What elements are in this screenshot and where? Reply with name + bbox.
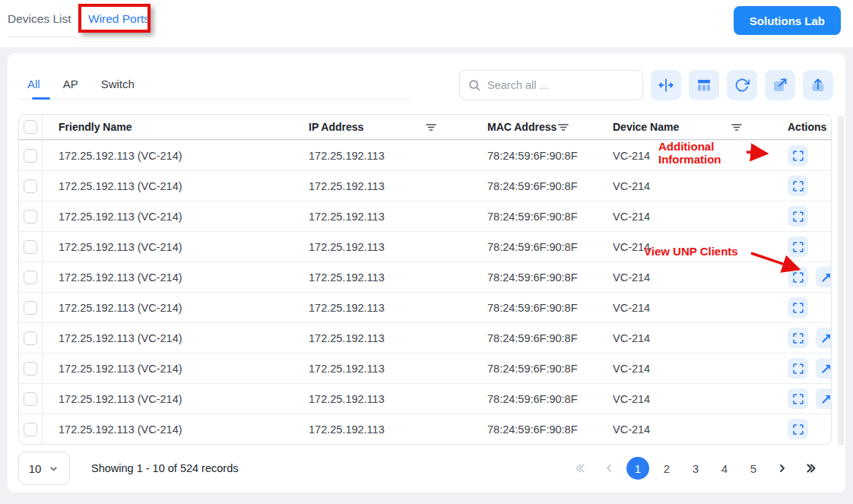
expand-corners-icon	[791, 301, 805, 315]
fit-width-button[interactable]	[651, 70, 681, 100]
cell-friendly-name: 172.25.192.113 (VC-214)	[43, 180, 290, 192]
cell-mac-address: 78:24:59:6F:90:8F	[487, 393, 578, 405]
row-checkbox[interactable]	[24, 362, 37, 376]
row-checkbox[interactable]	[24, 331, 37, 345]
additional-information-button[interactable]	[788, 297, 808, 318]
view-unp-clients-button[interactable]	[816, 267, 832, 287]
table-toolbar	[651, 70, 833, 100]
fit-width-icon	[658, 77, 674, 94]
additional-information-button[interactable]	[788, 358, 808, 379]
page-size-value: 10	[29, 462, 42, 475]
cell-device-name: VC-214	[613, 423, 650, 436]
columns-button[interactable]	[689, 70, 719, 100]
chevron-down-icon	[48, 463, 59, 474]
filter-tabs-underline	[18, 99, 411, 100]
row-checkbox[interactable]	[24, 271, 37, 284]
upload-button[interactable]	[803, 70, 833, 100]
cell-device-name: VC-214	[613, 150, 650, 162]
page-button-3[interactable]: 3	[684, 457, 707, 480]
column-friendly-name: Friendly Name	[43, 121, 290, 133]
table-row: 172.25.192.113 (VC-214) 172.25.192.113 7…	[19, 231, 831, 262]
wired-ports-table: Friendly Name IP Address MAC Address Dev…	[18, 114, 832, 445]
tab-devices-list[interactable]: Devices List	[8, 12, 76, 37]
additional-information-button[interactable]	[788, 176, 808, 196]
open-external-button[interactable]	[765, 70, 795, 100]
column-actions: Actions	[753, 121, 831, 133]
expand-corners-icon	[791, 392, 805, 406]
ip-address-filter-icon[interactable]	[425, 121, 437, 133]
first-page-button[interactable]	[569, 457, 591, 480]
additional-information-button[interactable]	[788, 419, 808, 439]
row-checkbox[interactable]	[24, 210, 37, 223]
table-header: Friendly Name IP Address MAC Address Dev…	[19, 115, 831, 140]
expand-corners-icon	[791, 149, 805, 163]
filter-tab-ap[interactable]: AP	[63, 78, 78, 100]
filter-tab-switch[interactable]: Switch	[101, 78, 135, 100]
cell-friendly-name: 172.25.192.113 (VC-214)	[43, 302, 290, 314]
cell-friendly-name: 172.25.192.113 (VC-214)	[43, 211, 290, 223]
device-type-filter-tabs: All AP Switch	[27, 78, 135, 100]
active-tab-indicator	[32, 97, 50, 100]
cell-ip-address: 172.25.192.113	[309, 423, 385, 436]
page-button-2[interactable]: 2	[655, 457, 678, 480]
next-page-button[interactable]	[771, 457, 794, 480]
expand-corners-icon	[791, 331, 805, 345]
expand-corners-icon	[791, 179, 805, 193]
row-checkbox[interactable]	[24, 301, 37, 315]
additional-information-button[interactable]	[788, 236, 808, 257]
wired-ports-page: Devices List Wired Ports Solutions Lab A…	[0, 0, 853, 504]
cell-friendly-name: 172.25.192.113 (VC-214)	[43, 332, 290, 344]
table-row: 172.25.192.113 (VC-214) 172.25.192.113 7…	[19, 322, 831, 353]
page-button-1[interactable]: 1	[626, 457, 649, 480]
cell-friendly-name: 172.25.192.113 (VC-214)	[43, 271, 290, 284]
additional-information-button[interactable]	[788, 267, 808, 287]
refresh-button[interactable]	[727, 70, 757, 100]
cell-device-name: VC-214	[613, 363, 650, 375]
arrow-up-right-icon	[820, 362, 832, 376]
filter-tab-all[interactable]: All	[27, 78, 40, 100]
additional-information-button[interactable]	[788, 206, 808, 227]
cell-mac-address: 78:24:59:6F:90:8F	[487, 211, 578, 223]
last-page-button[interactable]	[800, 457, 823, 480]
cell-ip-address: 172.25.192.113	[309, 241, 385, 253]
column-ip-address: IP Address	[309, 121, 363, 133]
additional-information-button[interactable]	[788, 388, 808, 409]
pagination-bar: 10 Showing 1 - 10 of 524 records 1	[18, 450, 833, 487]
view-unp-clients-button[interactable]	[816, 358, 832, 379]
page-size-select[interactable]: 10	[18, 452, 70, 485]
mac-address-filter-icon[interactable]	[557, 121, 569, 133]
search-input[interactable]	[487, 79, 635, 91]
table-row: 172.25.192.113 (VC-214) 172.25.192.113 7…	[19, 140, 831, 170]
cell-mac-address: 78:24:59:6F:90:8F	[487, 271, 578, 284]
chevron-left-icon	[603, 462, 615, 474]
row-checkbox[interactable]	[24, 392, 37, 406]
row-checkbox[interactable]	[24, 240, 37, 254]
search-box[interactable]	[459, 70, 643, 100]
cell-mac-address: 78:24:59:6F:90:8F	[487, 363, 578, 375]
additional-information-button[interactable]	[788, 145, 808, 166]
column-device-name: Device Name	[613, 121, 679, 133]
page-button-5[interactable]: 5	[742, 457, 765, 480]
row-checkbox[interactable]	[24, 149, 37, 163]
cell-ip-address: 172.25.192.113	[309, 332, 385, 344]
search-icon	[468, 78, 481, 92]
double-chevron-left-icon	[573, 461, 587, 475]
row-checkbox[interactable]	[24, 179, 37, 193]
chevron-right-icon	[776, 462, 788, 474]
table-row: 172.25.192.113 (VC-214) 172.25.192.113 7…	[19, 414, 831, 444]
solutions-lab-button[interactable]: Solutions Lab	[734, 6, 841, 35]
additional-information-button[interactable]	[788, 328, 808, 348]
prev-page-button[interactable]	[598, 457, 620, 480]
row-checkbox[interactable]	[24, 423, 37, 436]
arrow-up-right-icon	[820, 271, 832, 284]
view-unp-clients-button[interactable]	[816, 388, 832, 409]
device-name-filter-icon[interactable]	[731, 121, 743, 133]
cell-friendly-name: 172.25.192.113 (VC-214)	[43, 393, 290, 405]
table-scrollbar[interactable]	[838, 116, 844, 445]
cell-ip-address: 172.25.192.113	[309, 271, 385, 284]
double-chevron-right-icon	[804, 461, 818, 475]
page-button-4[interactable]: 4	[713, 457, 736, 480]
view-unp-clients-button[interactable]	[816, 328, 832, 348]
tab-wired-ports[interactable]: Wired Ports	[88, 12, 150, 26]
select-all-checkbox[interactable]	[24, 120, 37, 134]
